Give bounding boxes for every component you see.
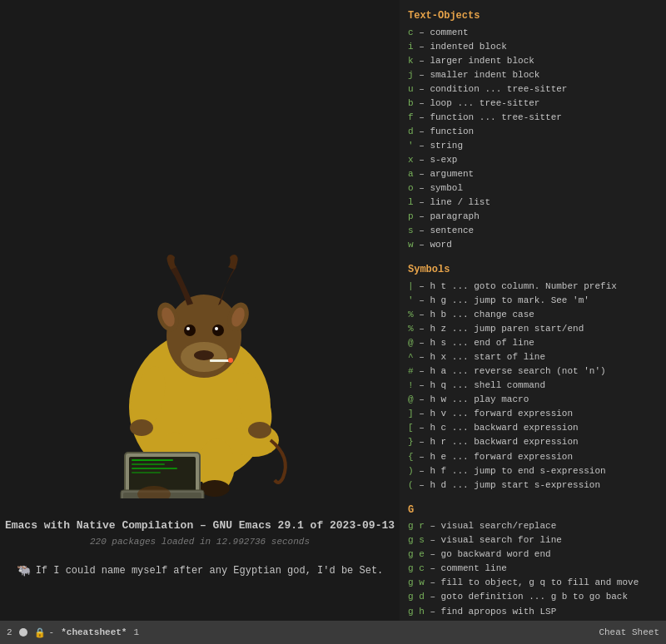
list-item: @ – h w ... play macro: [408, 393, 658, 407]
status-dot: [19, 628, 27, 637]
list-item: g e – go backward word end: [408, 547, 658, 562]
list-item: [ – h c ... backward expression: [408, 421, 658, 435]
list-item: | – h t ... goto column. Number prefix: [408, 280, 658, 294]
list-item: i – indented block: [408, 40, 658, 54]
list-item: % – h z ... jump paren start/end: [408, 322, 658, 336]
list-item: k – larger indent block: [408, 54, 658, 68]
svg-rect-21: [210, 359, 231, 362]
list-item: f – function ... tree-sitter: [408, 111, 658, 125]
list-item: ) – h f ... jump to end s-expression: [408, 464, 658, 478]
list-item: c – comment: [408, 26, 658, 40]
svg-rect-25: [132, 459, 173, 461]
right-panel[interactable]: Text-Objects c – comment i – indented bl…: [400, 0, 666, 644]
svg-point-11: [186, 327, 190, 330]
svg-rect-28: [132, 472, 161, 473]
list-item: ! – h q ... shell command: [408, 379, 658, 393]
list-item: d – function: [408, 125, 658, 139]
list-item: b – loop ... tree-sitter: [408, 97, 658, 111]
list-item: g w – fill to object, g q to fill and mo…: [408, 576, 658, 590]
list-item: w – word: [408, 238, 658, 252]
text-objects-header: Text-Objects: [408, 8, 658, 24]
status-num2: 1: [133, 627, 139, 637]
svg-point-20: [248, 422, 271, 438]
status-filename: *cheatsheet*: [61, 627, 127, 637]
status-icons: 🔒 -: [34, 627, 55, 638]
svg-point-9: [184, 324, 196, 336]
packages-subtitle: 220 packages loaded in 12.992736 seconds: [90, 537, 310, 547]
svg-point-22: [228, 358, 233, 363]
svg-rect-26: [132, 463, 165, 465]
quote-text: If I could name myself after any Egyptia…: [36, 565, 384, 577]
list-item: ] – h v ... forward expression: [408, 407, 658, 421]
quote-container: 🐃 If I could name myself after any Egypt…: [17, 563, 384, 577]
list-item: ' – string: [408, 139, 658, 153]
list-item: j – smaller indent block: [408, 68, 658, 82]
lock-icon: 🔒: [34, 627, 46, 638]
list-item: l – line / list: [408, 196, 658, 210]
status-right: Cheat Sheet: [599, 627, 659, 637]
emacs-title: Emacs with Native Compilation – GNU Emac…: [5, 519, 395, 532]
list-item: u – condition ... tree-sitter: [408, 82, 658, 97]
list-item: ( – h d ... jump start s-expression: [408, 478, 658, 493]
svg-point-19: [130, 419, 153, 436]
left-panel: Emacs with Native Compilation – GNU Emac…: [0, 0, 400, 644]
list-item: g r – visual search/replace: [408, 519, 658, 533]
list-item: g c – comment line: [408, 562, 658, 576]
svg-rect-27: [132, 468, 177, 469]
list-item: g d – goto definition ... g b to go back: [408, 590, 658, 604]
dash: -: [49, 627, 55, 637]
list-item: # – h a ... reverse search (not 'n'): [408, 364, 658, 379]
list-item: { – h e ... forward expression: [408, 450, 658, 464]
list-item: @ – h s ... end of line: [408, 336, 658, 350]
status-num: 2: [7, 627, 12, 637]
svg-point-10: [212, 324, 224, 336]
list-item: ^ – h x ... start of line: [408, 350, 658, 364]
svg-point-12: [215, 327, 218, 330]
list-item: p – paragraph: [408, 210, 658, 224]
quote-icon: 🐃: [17, 563, 31, 577]
status-bar: 2 🔒 - *cheatsheet* 1 Cheat Sheet: [0, 621, 666, 644]
list-item: o – symbol: [408, 181, 658, 196]
g-header: G: [408, 503, 658, 518]
text-objects-list: c – comment i – indented block k – large…: [408, 26, 658, 253]
list-item: s – sentence: [408, 224, 658, 238]
list-item: ' – h g ... jump to mark. See 'm': [408, 294, 658, 308]
list-item: x – s-exp: [408, 153, 658, 167]
symbols-list: | – h t ... goto column. Number prefix '…: [408, 280, 658, 493]
symbols-header: Symbols: [408, 262, 658, 278]
list-item: a – argument: [408, 167, 658, 181]
list-item: % – h b ... change case: [408, 308, 658, 322]
gnu-mascot: [67, 236, 333, 503]
list-item: g h – find apropos with LSP: [408, 605, 658, 619]
list-item: } – h r ... backward expression: [408, 435, 658, 449]
svg-point-8: [194, 350, 214, 360]
list-item: g s – visual search for line: [408, 533, 658, 547]
